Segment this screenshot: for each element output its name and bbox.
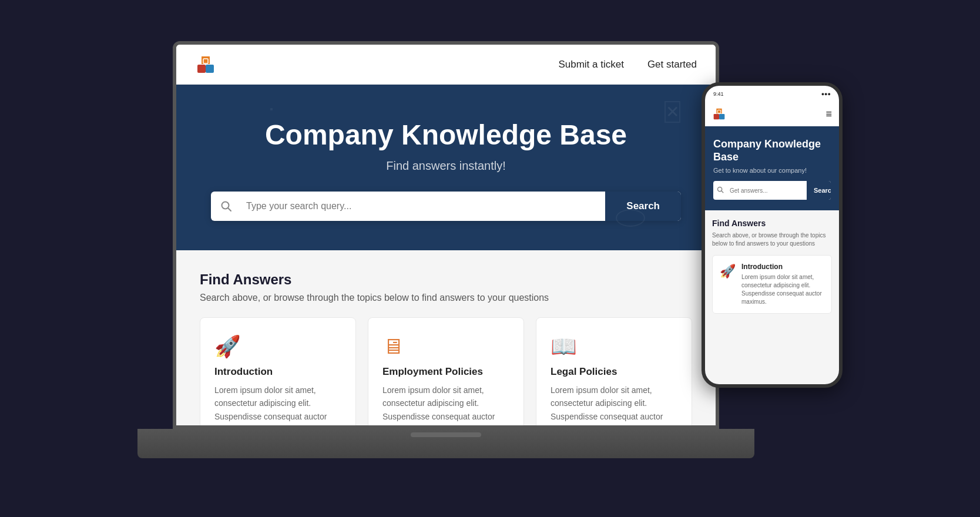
phone-search-button[interactable]: Search	[807, 181, 831, 200]
laptop-device: Submit a ticket Get started ✕ Company Kn…	[137, 35, 754, 458]
phone-search-bar: Search	[713, 181, 831, 200]
phone-hero-section: Company Knowledge Base Get to know about…	[705, 126, 839, 210]
header-nav: Submit a ticket Get started	[558, 59, 697, 70]
phone-content: Find Answers Search above, or browse thr…	[705, 210, 839, 384]
phone-card-title: Introduction	[741, 263, 824, 271]
phone-find-title: Find Answers	[712, 219, 832, 228]
find-answers-title: Find Answers	[200, 271, 692, 288]
phone-find-subtitle: Search above, or browse through the topi…	[712, 231, 832, 248]
card-employment[interactable]: 🖥 Employment Policies Lorem ipsum dolor …	[368, 317, 524, 429]
phone-card-text: Lorem ipsum dolor sit amet, consectetur …	[741, 273, 824, 306]
search-input[interactable]	[241, 192, 605, 221]
laptop-base	[137, 429, 754, 458]
hero-section: ✕ Company Knowledge Base Find answers in…	[176, 85, 716, 250]
monitor-icon: 🖥	[382, 334, 509, 359]
card-introduction-text: Lorem ipsum dolor sit amet, consectetur …	[214, 384, 341, 429]
find-answers-subtitle: Search above, or browse through the topi…	[200, 293, 692, 303]
phone-header: ≡	[705, 102, 839, 126]
phone-logo-icon	[712, 107, 726, 121]
phone-hero-subtitle: Get to know about our company!	[713, 167, 831, 174]
rocket-icon: 🚀	[214, 334, 341, 359]
phone-rocket-icon: 🚀	[720, 264, 736, 306]
phone-search-icon	[713, 186, 727, 195]
submit-ticket-link[interactable]: Submit a ticket	[558, 59, 624, 70]
phone-card-body: Introduction Lorem ipsum dolor sit amet,…	[741, 263, 824, 306]
card-introduction[interactable]: 🚀 Introduction Lorem ipsum dolor sit ame…	[200, 317, 356, 429]
phone-search-input[interactable]	[727, 183, 807, 199]
content-area: Find Answers Search above, or browse thr…	[176, 250, 716, 429]
card-introduction-title: Introduction	[214, 366, 341, 378]
search-icon	[211, 192, 241, 221]
svg-marker-7	[716, 109, 721, 114]
phone-screen: 9:41 ●●● ≡ Company Knowledge Base Get to…	[702, 82, 843, 388]
browser-window: Submit a ticket Get started ✕ Company Kn…	[176, 45, 716, 425]
svg-marker-2	[202, 56, 210, 64]
card-legal[interactable]: 📖 Legal Policies Lorem ipsum dolor sit a…	[536, 317, 692, 429]
laptop-screen: Submit a ticket Get started ✕ Company Kn…	[173, 41, 719, 429]
bg-triangle	[270, 108, 273, 110]
logo-icon	[195, 54, 216, 75]
cards-grid: 🚀 Introduction Lorem ipsum dolor sit ame…	[200, 317, 692, 429]
phone-status-bar: 9:41 ●●●	[705, 86, 839, 102]
card-employment-title: Employment Policies	[382, 366, 509, 378]
book-icon: 📖	[551, 334, 677, 359]
scene: Submit a ticket Get started ✕ Company Kn…	[137, 35, 843, 482]
phone-device: 9:41 ●●● ≡ Company Knowledge Base Get to…	[702, 82, 843, 388]
get-started-link[interactable]: Get started	[647, 59, 697, 70]
svg-rect-1	[206, 65, 214, 73]
card-legal-text: Lorem ipsum dolor sit amet, consectetur …	[551, 384, 677, 429]
hero-subtitle: Find answers instantly!	[200, 159, 692, 173]
card-legal-title: Legal Policies	[551, 366, 677, 378]
phone-signal: ●●●	[821, 91, 831, 97]
phone-card-introduction[interactable]: 🚀 Introduction Lorem ipsum dolor sit ame…	[712, 255, 832, 314]
svg-rect-6	[719, 114, 724, 119]
phone-hero-title: Company Knowledge Base	[713, 138, 831, 163]
svg-rect-0	[197, 65, 206, 73]
logo-area	[195, 54, 216, 75]
svg-rect-5	[714, 114, 719, 119]
hero-title: Company Knowledge Base	[200, 120, 692, 151]
phone-menu-icon[interactable]: ≡	[825, 108, 832, 120]
phone-time: 9:41	[713, 91, 724, 97]
desktop-search-bar: Search	[211, 192, 681, 221]
search-button[interactable]: Search	[605, 192, 681, 221]
card-employment-text: Lorem ipsum dolor sit amet, consectetur …	[382, 384, 509, 429]
site-header: Submit a ticket Get started	[176, 45, 716, 85]
